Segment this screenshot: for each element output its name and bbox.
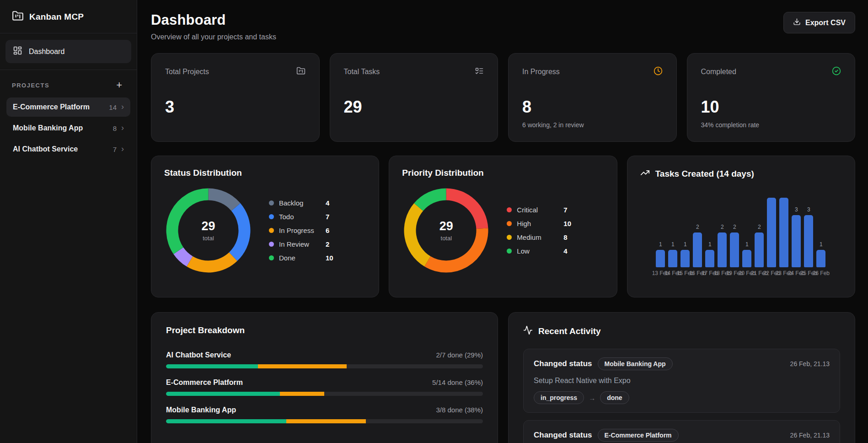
progress-done-segment <box>166 419 286 423</box>
bar-date-label: 26 Feb <box>813 270 830 276</box>
export-csv-label: Export CSV <box>805 19 846 27</box>
main-content: Dashboard Overview of all your projects … <box>137 0 868 443</box>
stat-card-label: Total Tasks <box>344 68 380 76</box>
breakdown-row: E-Commerce Platform5/14 done (36%) <box>166 378 483 396</box>
check-circle-icon <box>832 66 841 77</box>
sidebar: Kanban MCP Dashboard PROJECTS + E-Commer… <box>0 0 137 443</box>
legend-value: 10 <box>563 220 571 227</box>
legend-label: High <box>517 220 563 227</box>
legend-row: In Review2 <box>269 240 333 248</box>
recent-activity-title: Recent Activity <box>538 326 601 336</box>
progress-done-segment <box>166 392 280 396</box>
bar <box>668 250 677 267</box>
legend-row: Todo7 <box>269 213 333 221</box>
activity-action: Changed status <box>534 359 592 368</box>
priority-legend: Critical7High10Medium8Low4 <box>507 206 571 255</box>
donut-total-value: 29 <box>201 219 215 233</box>
sidebar-item-label: Dashboard <box>29 48 64 56</box>
breakdown-row: AI Chatbot Service2/7 done (29%) <box>166 351 483 368</box>
bar-slot: 219 Feb <box>730 198 739 267</box>
activity-item: Changed statusE-Commerce Platform26 Feb,… <box>523 420 840 443</box>
bar-value-label: 2 <box>693 224 702 230</box>
page-title: Dashboard <box>151 12 276 28</box>
bar-slot: 325 Feb <box>804 198 813 267</box>
bar-value-label: 1 <box>705 241 714 248</box>
bar-value-label: 2 <box>730 224 739 230</box>
stat-card: Completed1034% completion rate <box>687 53 856 142</box>
bar <box>742 250 751 267</box>
bar-slot: 126 Feb <box>816 198 825 267</box>
export-csv-button[interactable]: Export CSV <box>783 12 855 33</box>
legend-label: In Review <box>279 240 326 248</box>
stat-card-label: Completed <box>701 68 736 76</box>
legend-label: Low <box>517 247 563 255</box>
stat-card-label: In Progress <box>522 68 560 76</box>
legend-value: 6 <box>326 227 329 234</box>
legend-label: In Progress <box>279 227 326 234</box>
breakdown-progress-bar <box>166 392 483 396</box>
project-breakdown-card: Project Breakdown AI Chatbot Service2/7 … <box>151 312 498 443</box>
layout-dashboard-icon <box>13 46 22 57</box>
kanban-icon <box>296 66 305 77</box>
project-task-count: 8 <box>113 124 117 132</box>
sidebar-project-item[interactable]: Mobile Banking App8› <box>6 119 130 138</box>
clock-icon <box>654 66 663 77</box>
stat-card: Total Projects3 <box>151 53 320 142</box>
bar <box>718 232 727 267</box>
bar-slot: 221 Feb <box>755 198 764 267</box>
legend-value: 8 <box>563 233 567 241</box>
donut-total-caption: total <box>203 235 214 242</box>
legend-row: Done10 <box>269 254 333 262</box>
bar-value-label: 1 <box>742 241 751 248</box>
breakdown-progress-bar <box>166 419 483 423</box>
legend-row: Medium8 <box>507 233 571 241</box>
bar-value-label: 1 <box>680 241 690 248</box>
bar-slot: 115 Feb <box>680 198 690 267</box>
breakdown-status-text: 2/7 done (29%) <box>436 351 483 359</box>
sidebar-item-dashboard[interactable]: Dashboard <box>5 40 131 63</box>
legend-label: Todo <box>279 213 326 221</box>
stat-card-value: 3 <box>165 97 305 117</box>
legend-row: High10 <box>507 220 571 227</box>
stat-card-subtext: 34% completion rate <box>701 121 841 129</box>
breakdown-progress-bar <box>166 364 483 368</box>
legend-dot <box>269 255 274 260</box>
priority-donut-chart: 29total <box>404 188 488 273</box>
trending-up-icon <box>640 168 650 179</box>
tasks-created-bar-chart: 113 Feb114 Feb115 Feb216 Feb117 Feb218 F… <box>656 198 826 281</box>
legend-dot <box>507 221 512 226</box>
project-task-count: 14 <box>109 103 117 111</box>
activity-action: Changed status <box>534 431 592 440</box>
bar-slot: 216 Feb <box>693 198 702 267</box>
download-icon <box>793 18 801 27</box>
bar-slot: 218 Feb <box>718 198 727 267</box>
stat-card-value: 29 <box>344 97 484 117</box>
progress-inprogress-segment <box>258 364 347 368</box>
legend-dot <box>269 214 274 219</box>
sidebar-project-item[interactable]: AI Chatbot Service7› <box>6 140 130 159</box>
bar <box>755 232 764 267</box>
recent-activity-card: Recent Activity Changed statusMobile Ban… <box>508 312 855 443</box>
bar <box>804 215 813 267</box>
add-project-button[interactable]: + <box>113 79 125 91</box>
status-distribution-title: Status Distribution <box>164 168 366 178</box>
bar <box>693 232 702 267</box>
legend-value: 10 <box>326 254 333 262</box>
breakdown-project-name: AI Chatbot Service <box>166 351 231 359</box>
bar <box>792 215 801 267</box>
stat-card-subtext: 6 working, 2 in review <box>522 121 663 129</box>
donut-total-value: 29 <box>439 219 453 233</box>
status-chip-from: in_progress <box>534 391 584 404</box>
stat-card: In Progress86 working, 2 in review <box>508 53 677 142</box>
activity-pulse-icon <box>523 325 533 337</box>
projects-section-label: PROJECTS <box>12 82 49 89</box>
sidebar-project-item[interactable]: E-Commerce Platform14› <box>6 97 130 117</box>
bar-slot: 22 Feb <box>767 198 776 267</box>
priority-distribution-title: Priority Distribution <box>402 168 604 178</box>
app-root: Kanban MCP Dashboard PROJECTS + E-Commer… <box>0 0 868 443</box>
bar-slot: 23 Feb <box>779 198 788 267</box>
app-title: Kanban MCP <box>29 12 84 22</box>
progress-done-segment <box>166 364 258 368</box>
bar-value-label: 1 <box>656 241 665 248</box>
project-breakdown-title: Project Breakdown <box>166 325 483 335</box>
